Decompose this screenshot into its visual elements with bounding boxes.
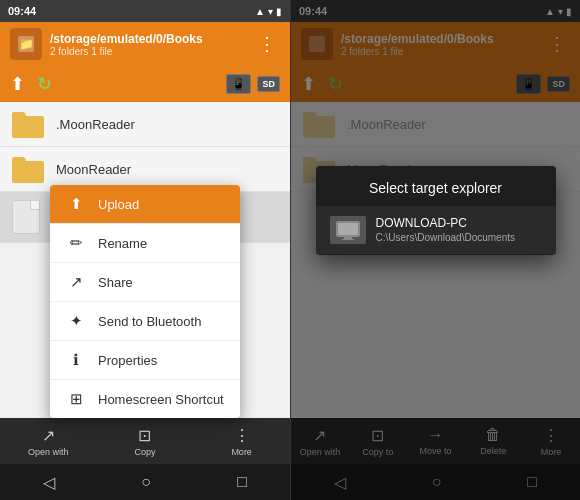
upload-icon: ⬆ [66,195,86,213]
menu-item-bluetooth[interactable]: ✦ Send to Bluetooth [50,302,240,341]
top-bar-left: 📁 /storage/emulated/0/Books 2 folders 1 … [0,22,290,66]
menu-label: Share [98,275,133,290]
top-bar-title-left: /storage/emulated/0/Books 2 folders 1 fi… [50,32,254,57]
svg-text:📁: 📁 [19,36,34,51]
back-button-left[interactable]: ◁ [27,469,71,496]
action-bar-left: ⬆ ↻ 📱 SD [0,66,290,102]
homescreen-icon: ⊞ [66,390,86,408]
up-arrow-icon[interactable]: ⬆ [10,73,25,95]
pc-path: C:\Users\Download\Documents [376,232,516,243]
menu-item-upload[interactable]: ⬆ Upload [50,185,240,224]
list-item[interactable]: .MoonReader [0,102,290,147]
context-menu: ⬆ Upload ✏ Rename ↗ Share ✦ Send to Blue… [50,185,240,418]
dialog-item-text: DOWNLOAD-PC C:\Users\Download\Documents [376,216,516,243]
menu-label: Properties [98,353,157,368]
file-name: MoonReader [56,162,131,177]
menu-item-properties[interactable]: ℹ Properties [50,341,240,380]
signal-icon: ▲ [255,6,265,17]
nav-label: Open with [28,447,69,457]
sd-icon[interactable]: SD [257,76,280,92]
nav-copy[interactable]: ⊡ Copy [121,426,169,457]
info-icon: ℹ [66,351,86,369]
left-screen: 09:44 ▲ ▾ ▮ 📁 /storage/emulated/0/Books … [0,0,290,500]
dialog-pc-item[interactable]: DOWNLOAD-PC C:\Users\Download\Documents [316,206,556,254]
wifi-icon: ▾ [268,6,273,17]
svg-rect-5 [344,237,352,239]
bottom-nav-left: ↗ Open with ⊡ Copy ⋮ More [0,418,290,464]
nav-label: Copy [134,447,155,457]
rename-icon: ✏ [66,234,86,252]
menu-label: Upload [98,197,139,212]
nav-label: More [231,447,252,457]
dialog-overlay: Select target explorer DOWNLOAD-PC C:\Us… [291,0,580,500]
device-icons: 📱 SD [226,74,280,94]
recent-button-left[interactable]: □ [221,469,263,495]
subtitle-left: 2 folders 1 file [50,46,254,57]
folder-icon [12,110,44,138]
path-left: /storage/emulated/0/Books [50,32,254,46]
more-icon-left[interactable]: ⋮ [254,29,280,59]
svg-rect-6 [342,239,354,240]
nav-more[interactable]: ⋮ More [218,426,266,457]
battery-icon: ▮ [276,6,282,17]
system-nav-left: ◁ ○ □ [0,464,290,500]
dialog-title: Select target explorer [316,166,556,206]
menu-label: Rename [98,236,147,251]
more-dots-icon: ⋮ [234,426,250,445]
file-name: .MoonReader [56,117,135,132]
file-doc-icon [12,200,40,234]
folder-icon [12,155,44,183]
app-icon-left: 📁 [10,28,42,60]
menu-item-rename[interactable]: ✏ Rename [50,224,240,263]
pc-name: DOWNLOAD-PC [376,216,516,230]
open-with-icon: ↗ [42,426,55,445]
share-icon: ↗ [66,273,86,291]
home-button-left[interactable]: ○ [125,469,167,495]
menu-item-share[interactable]: ↗ Share [50,263,240,302]
status-icons-left: ▲ ▾ ▮ [255,6,282,17]
svg-rect-4 [338,223,358,235]
nav-open-with[interactable]: ↗ Open with [24,426,72,457]
pc-icon [330,216,366,244]
phone-icon[interactable]: 📱 [226,74,251,94]
refresh-icon[interactable]: ↻ [37,73,52,95]
select-target-dialog: Select target explorer DOWNLOAD-PC C:\Us… [316,166,556,255]
menu-label: Send to Bluetooth [98,314,201,329]
status-time-left: 09:44 [8,5,36,17]
menu-label: Homescreen Shortcut [98,392,224,407]
menu-item-homescreen[interactable]: ⊞ Homescreen Shortcut [50,380,240,418]
status-bar-left: 09:44 ▲ ▾ ▮ [0,0,290,22]
copy-icon: ⊡ [138,426,151,445]
right-screen: 09:44 ▲ ▾ ▮ /storage/emulated/0/Books 2 … [290,0,580,500]
bluetooth-icon: ✦ [66,312,86,330]
